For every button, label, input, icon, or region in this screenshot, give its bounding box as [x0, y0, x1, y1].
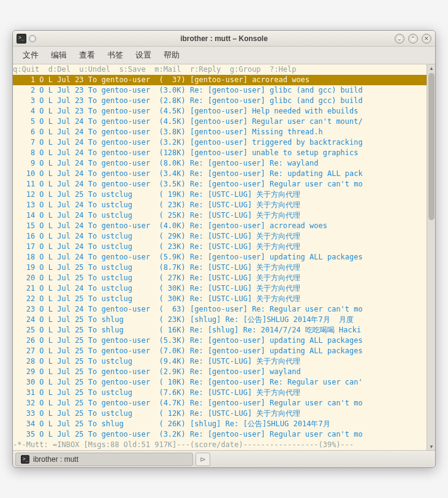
message-row[interactable]: 29 O L Jul 25 To gentoo-user (2.9K) Re: …	[13, 367, 427, 377]
message-row[interactable]: 32 O L Jul 25 To gentoo-user (4.7K) Re: …	[13, 398, 427, 408]
close-button[interactable]: ✕	[422, 34, 431, 44]
message-row[interactable]: 22 O L Jul 25 To ustclug ( 30K) Re: [UST…	[13, 294, 427, 304]
menu-view[interactable]: 查看	[73, 48, 101, 63]
menu-settings[interactable]: 设置	[129, 48, 158, 63]
message-row[interactable]: 14 O L Jul 24 To ustclug ( 25K) Re: [UST…	[13, 210, 427, 221]
mutt-status-line: -*-Mutt: =INBOX [Msgs:88 Old:51 917K]---…	[13, 440, 427, 450]
message-row[interactable]: 1 O L Jul 23 To gentoo-user ( 37) [gento…	[13, 75, 427, 85]
message-row[interactable]: 2 O L Jul 23 To gentoo-user (3.0K) Re: […	[13, 85, 427, 96]
message-row[interactable]: 26 O L Jul 25 To gentoo-user (5.3K) Re: …	[13, 335, 427, 346]
message-row[interactable]: 6 O L Jul 24 To gentoo-user (3.8K) [gent…	[13, 127, 427, 137]
message-row[interactable]: 7 O L Jul 24 To gentoo-user (3.2K) [gent…	[13, 137, 427, 148]
message-row[interactable]: 8 O L Jul 24 To gentoo-user (128K) [gent…	[13, 148, 427, 158]
tab-bar: ibrother : mutt ⊳	[13, 450, 435, 467]
message-row[interactable]: 27 O L Jul 25 To gentoo-user (7.0K) Re: …	[13, 346, 427, 356]
message-row[interactable]: 17 O L Jul 24 To ustclug ( 23K) Re: [UST…	[13, 242, 427, 252]
message-row[interactable]: 3 O L Jul 23 To gentoo-user (2.8K) Re: […	[13, 96, 427, 106]
mutt-help-line: q:Quit d:Del u:Undel s:Save m:Mail r:Rep…	[13, 64, 427, 75]
scrollbar[interactable]: ▲ ▼	[427, 64, 435, 450]
message-row[interactable]: 5 O L Jul 24 To gentoo-user (4.5K) [gent…	[13, 117, 427, 127]
scroll-down-icon[interactable]: ▼	[427, 443, 436, 450]
message-row[interactable]: 21 O L Jul 24 To ustclug ( 30K) Re: [UST…	[13, 283, 427, 294]
message-row[interactable]: 28 O L Jul 25 To ustclug (9.4K) Re: [UST…	[13, 356, 427, 367]
menu-edit[interactable]: 编辑	[45, 48, 73, 63]
message-row[interactable]: 11 O L Jul 24 To gentoo-user (3.5K) Re: …	[13, 179, 427, 190]
message-row[interactable]: 24 O L Jul 25 To shlug ( 23K) [shlug] Re…	[13, 315, 427, 325]
scroll-up-icon[interactable]: ▲	[427, 64, 436, 72]
message-row[interactable]: 20 O L Jul 25 To ustclug ( 27K) Re: [UST…	[13, 273, 427, 283]
message-row[interactable]: 10 O L Jul 24 To gentoo-user (3.4K) Re: …	[13, 169, 427, 179]
message-row[interactable]: 9 O L Jul 24 To gentoo-user (8.0K) Re: […	[13, 158, 427, 169]
message-row[interactable]: 25 O L Jul 25 To shlug ( 16K) Re: [shlug…	[13, 325, 427, 335]
menu-bookmark[interactable]: 书签	[101, 48, 129, 63]
terminal-icon	[21, 455, 29, 464]
window-title: ibrother : mutt – Konsole	[13, 34, 435, 43]
tab-active[interactable]: ibrother : mutt	[15, 453, 193, 466]
newtab-icon: ⊳	[200, 455, 206, 464]
konsole-window: ibrother : mutt – Konsole ⌄ ⌃ ✕ 文件 编辑 查看…	[12, 30, 436, 468]
menubar: 文件 编辑 查看 书签 设置 帮助	[13, 47, 435, 64]
message-row[interactable]: 31 O L Jul 25 To ustclug (7.6K) Re: [UST…	[13, 388, 427, 398]
message-row[interactable]: 12 O L Jul 25 To ustclug ( 19K) Re: [UST…	[13, 190, 427, 200]
app-icon	[17, 34, 26, 44]
new-tab-button[interactable]: ⊳	[196, 453, 210, 466]
menu-file[interactable]: 文件	[17, 48, 45, 63]
minimize-button[interactable]: ⌄	[395, 34, 404, 44]
message-row[interactable]: 18 O L Jul 24 To gentoo-user (5.9K) Re: …	[13, 252, 427, 262]
scroll-thumb[interactable]	[428, 73, 435, 220]
message-row[interactable]: 34 O L Jul 25 To shlug ( 26K) [shlug] Re…	[13, 419, 427, 429]
maximize-button[interactable]: ⌃	[408, 34, 418, 44]
message-row[interactable]: 15 O L Jul 24 To gentoo-user (4.0K) Re: …	[13, 221, 427, 231]
message-row[interactable]: 13 O L Jul 24 To ustclug ( 23K) Re: [UST…	[13, 200, 427, 210]
tab-label: ibrother : mutt	[33, 455, 78, 464]
message-row[interactable]: 35 O L Jul 25 To gentoo-user (3.2K) Re: …	[13, 429, 427, 440]
message-row[interactable]: 23 O L Jul 24 To gentoo-user ( 63) [gent…	[13, 304, 427, 315]
menu-help[interactable]: 帮助	[158, 48, 186, 63]
terminal-area[interactable]: q:Quit d:Del u:Undel s:Save m:Mail r:Rep…	[13, 64, 427, 450]
message-row[interactable]: 19 O L Jul 25 To ustclug (8.7K) Re: [UST…	[13, 262, 427, 273]
titlebar[interactable]: ibrother : mutt – Konsole ⌄ ⌃ ✕	[13, 31, 435, 47]
message-row[interactable]: 33 O L Jul 25 To ustclug ( 12K) Re: [UST…	[13, 408, 427, 419]
message-row[interactable]: 30 O L Jul 25 To gentoo-user ( 10K) Re: …	[13, 377, 427, 388]
pin-icon[interactable]	[29, 35, 36, 42]
message-row[interactable]: 4 O L Jul 23 To gentoo-user (4.5K) [gent…	[13, 106, 427, 117]
message-row[interactable]: 16 O L Jul 24 To ustclug ( 29K) Re: [UST…	[13, 231, 427, 242]
